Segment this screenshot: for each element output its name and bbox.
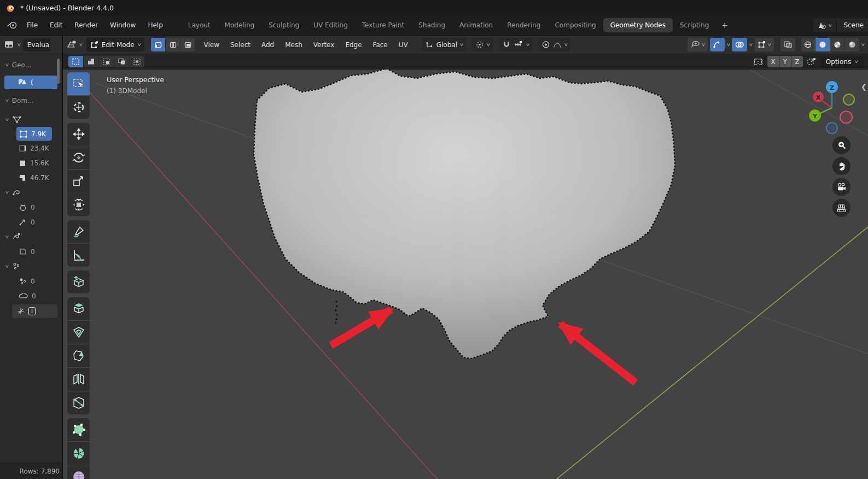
menu-file[interactable]: File — [21, 19, 44, 32]
tab-scripting[interactable]: Scripting — [673, 18, 716, 32]
tool-poly-build[interactable] — [67, 418, 90, 441]
volume-row[interactable]: 0 — [0, 288, 62, 303]
select-set-button[interactable] — [68, 56, 83, 67]
tree-instances-row[interactable]: I — [12, 304, 57, 318]
menu-window[interactable]: Window — [104, 19, 142, 32]
tab-geometry-nodes[interactable]: Geometry Nodes — [603, 18, 673, 32]
tool-cursor[interactable] — [67, 96, 90, 119]
solid-shading-button[interactable] — [815, 38, 830, 51]
grease-pencil-row-layer[interactable]: 0 — [0, 244, 62, 259]
mirror-z-button[interactable]: Z — [791, 56, 803, 67]
tool-add-cube[interactable] — [67, 270, 90, 293]
menu-edge[interactable]: Edge — [340, 38, 366, 51]
mirror-y-button[interactable]: Y — [779, 56, 791, 67]
tree-curve-header[interactable]: ∨ — [0, 185, 62, 200]
sidebar-collapse-arrow[interactable]: ❮ — [861, 83, 867, 91]
tab-rendering[interactable]: Rendering — [500, 18, 547, 32]
mirror-symmetry-icon[interactable] — [752, 57, 764, 66]
menu-edit[interactable]: Edit — [44, 19, 68, 32]
domain-row-vertex[interactable]: 7.9K — [16, 127, 52, 141]
tool-knife[interactable] — [67, 391, 90, 414]
snap-proportional-icon[interactable] — [806, 57, 817, 66]
pointcloud-row-point[interactable]: 0 — [0, 274, 62, 288]
select-invert-button[interactable] — [114, 56, 129, 67]
material-preview-button[interactable] — [830, 38, 844, 51]
gizmos-toggle[interactable] — [710, 38, 725, 51]
curve-row-control-point[interactable]: 0 — [0, 200, 62, 215]
tool-transform[interactable] — [67, 193, 90, 216]
tool-bevel[interactable] — [67, 344, 90, 367]
tab-sculpting[interactable]: Sculpting — [261, 18, 306, 32]
tree-mesh-header[interactable]: ∨ — [0, 112, 62, 127]
tool-smooth[interactable] — [67, 465, 90, 479]
menu-add[interactable]: Add — [257, 38, 279, 51]
chevron-down-icon[interactable]: ∨ — [861, 42, 866, 47]
tool-loop-cut[interactable] — [67, 368, 90, 391]
mirror-x-button[interactable]: X — [767, 56, 779, 67]
snap-target-icon[interactable] — [514, 41, 523, 49]
vertex-select-mode-button[interactable] — [151, 38, 165, 51]
chevron-down-icon[interactable]: ∨ — [726, 42, 731, 47]
menu-mesh[interactable]: Mesh — [280, 38, 307, 51]
tab-compositing[interactable]: Compositing — [547, 18, 603, 32]
tab-animation[interactable]: Animation — [452, 18, 500, 32]
tool-inset-faces[interactable] — [67, 321, 90, 344]
rendered-shading-button[interactable] — [845, 38, 859, 51]
domain-row-face-corner[interactable]: 46.7K — [0, 170, 62, 185]
tree-section-domain[interactable]: ∨ Dom... — [0, 93, 62, 108]
tool-extrude-region[interactable] — [67, 297, 90, 320]
camera-view-button[interactable] — [832, 178, 850, 196]
tree-curves-header[interactable]: ∨ — [0, 229, 62, 244]
tree-pointcloud-header[interactable]: ∨ — [0, 259, 62, 274]
magnet-icon[interactable] — [502, 41, 511, 49]
menu-help[interactable]: Help — [142, 19, 168, 32]
curve-row-spline[interactable]: 0 — [0, 215, 62, 229]
chevron-down-icon[interactable]: ∨ — [749, 42, 754, 47]
menu-face[interactable]: Face — [368, 38, 393, 51]
show-gizmo-dropdown[interactable]: ∨ — [688, 38, 708, 51]
transform-orientation-dropdown[interactable]: Global ∨ — [422, 38, 467, 51]
tool-spin[interactable] — [67, 442, 90, 465]
tool-move[interactable] — [67, 123, 90, 146]
tree-section-geometry[interactable]: ∨ Geo... — [0, 57, 62, 72]
tab-texture-paint[interactable]: Texture Paint — [355, 18, 411, 32]
select-subtract-button[interactable] — [99, 56, 114, 67]
pan-button[interactable] — [832, 157, 850, 175]
proportional-editing-icon[interactable] — [541, 41, 550, 49]
mesh-edit-overlays-dropdown[interactable]: ∨ — [755, 38, 774, 51]
tab-shading[interactable]: Shading — [411, 18, 452, 32]
tool-annotate[interactable] — [67, 220, 90, 243]
mode-dropdown[interactable]: Edit Mode ∨ — [86, 38, 145, 51]
add-workspace-button[interactable]: + — [716, 19, 733, 32]
toggle-ortho-button[interactable] — [832, 199, 850, 217]
spreadsheet-filter-dropdown[interactable]: Evalua — [23, 38, 50, 51]
domain-row-face[interactable]: 15.6K — [0, 155, 62, 170]
tool-select-box[interactable] — [67, 72, 90, 95]
tab-uv-editing[interactable]: UV Editing — [306, 18, 355, 32]
tool-measure[interactable] — [67, 244, 90, 267]
xray-toggle[interactable] — [780, 38, 795, 51]
menu-select[interactable]: Select — [225, 38, 255, 51]
blender-menu-logo-icon[interactable] — [7, 21, 18, 29]
options-dropdown[interactable]: Options ∨ — [820, 56, 864, 68]
tab-layout[interactable]: Layout — [181, 18, 218, 32]
edge-select-mode-button[interactable] — [166, 38, 180, 51]
tab-modeling[interactable]: Modeling — [218, 18, 262, 32]
viewport-editor-type-icon[interactable] — [66, 40, 78, 49]
spreadsheet-editor-type-icon[interactable] — [4, 41, 15, 49]
tree-object-row[interactable]: ( — [4, 76, 57, 89]
pivot-point-dropdown[interactable]: ∨ — [472, 38, 493, 51]
scrollbar[interactable] — [57, 59, 60, 84]
select-intersect-button[interactable] — [130, 56, 144, 67]
tool-scale[interactable] — [67, 170, 90, 193]
select-extend-button[interactable] — [84, 56, 98, 67]
menu-view[interactable]: View — [199, 38, 224, 51]
viewport-3d[interactable]: User Perspective (1) 3DModel — [63, 70, 868, 479]
falloff-curve-icon[interactable] — [553, 41, 562, 49]
tool-rotate[interactable] — [67, 146, 90, 169]
overlays-toggle[interactable] — [732, 38, 747, 51]
face-select-mode-button[interactable] — [180, 38, 195, 51]
menu-uv[interactable]: UV — [394, 38, 413, 51]
menu-render[interactable]: Render — [68, 19, 104, 32]
domain-row-edge[interactable]: 23.4K — [0, 141, 62, 155]
